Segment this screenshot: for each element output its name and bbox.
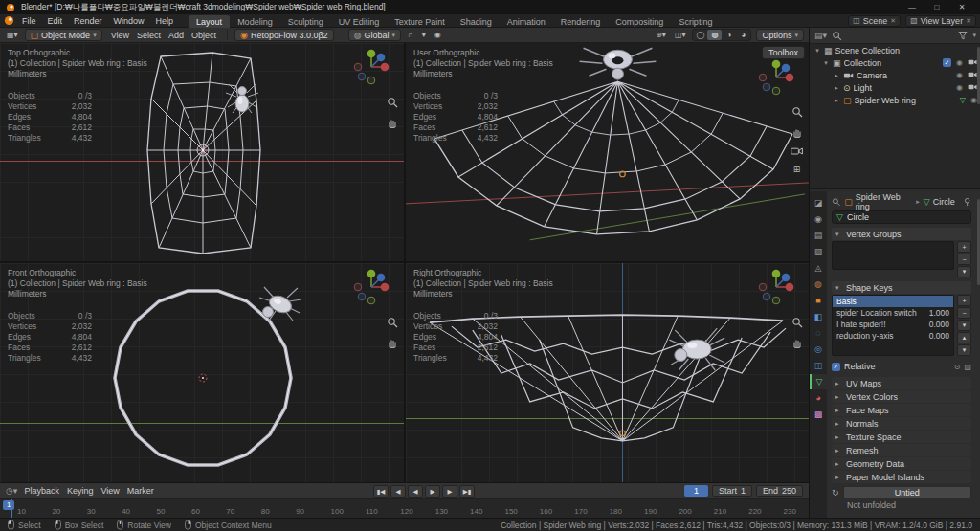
move-view-hand-icon[interactable] xyxy=(791,337,803,348)
material-shading-icon[interactable]: ◑ xyxy=(722,30,736,40)
move-shape-key-down-button[interactable]: ▾ xyxy=(957,344,971,356)
menu-item[interactable]: Edit xyxy=(42,16,69,26)
properties-tab-icon[interactable]: ◌ xyxy=(810,325,827,341)
workspace-tab[interactable]: Layout xyxy=(189,15,230,28)
transport-button[interactable]: ◀ xyxy=(390,485,406,498)
move-view-hand-icon[interactable] xyxy=(791,126,803,138)
navigation-gizmo[interactable] xyxy=(352,268,390,306)
editor-type-icon[interactable]: ▦▾ xyxy=(5,31,20,39)
workspace-tab[interactable]: Sculpting xyxy=(280,15,331,28)
outliner-row-camera[interactable]: ▸ Camera ◉ xyxy=(810,69,980,81)
properties-tab-icon[interactable]: ■ xyxy=(810,293,827,308)
options-dropdown[interactable]: Options ▾ xyxy=(756,29,804,41)
properties-panel-header[interactable]: ▸ Remesh xyxy=(832,444,971,456)
workspace-tab[interactable]: Animation xyxy=(500,15,553,28)
end-frame-field[interactable]: End 250 xyxy=(756,485,803,497)
snap-dropdown-icon[interactable]: ▾ xyxy=(420,31,428,39)
workspace-tab[interactable]: Modeling xyxy=(230,15,280,28)
timeline-menu-item[interactable]: Playback xyxy=(24,486,59,496)
transport-button[interactable]: ▮◀ xyxy=(373,485,389,498)
transform-orientation-dropdown[interactable]: ◍ Global ▾ xyxy=(348,29,401,41)
retopoflow-toolbox-button[interactable]: Toolbox xyxy=(762,46,805,59)
properties-panel-header[interactable]: ▸ Geometry Data xyxy=(832,457,971,470)
menu-item[interactable]: Render xyxy=(68,16,108,26)
vertex-group-specials-icon[interactable]: ▾ xyxy=(957,266,971,277)
viewport-menu-item[interactable]: View xyxy=(107,31,133,40)
scene-selector[interactable]: ◫ Scene ✕ xyxy=(848,15,901,27)
viewport-menu-item[interactable]: Add xyxy=(165,31,188,40)
transport-button[interactable]: ◀ xyxy=(408,485,423,498)
disable-in-render-icon[interactable] xyxy=(968,83,977,92)
viewport-menu-item[interactable]: Select xyxy=(133,31,165,40)
solid-shading-icon[interactable]: ◍ xyxy=(707,30,722,40)
chevron-right-icon[interactable]: ▸ xyxy=(833,97,840,104)
workspace-tab[interactable]: Rendering xyxy=(553,15,609,28)
properties-tab-icon[interactable]: ◍ xyxy=(810,277,827,292)
transport-button[interactable]: ▶ xyxy=(425,485,440,498)
relative-checkbox[interactable]: ✓ xyxy=(832,363,840,371)
shape-key-row[interactable]: Basis xyxy=(833,296,953,307)
properties-tab-icon[interactable]: ◎ xyxy=(810,342,827,357)
move-view-hand-icon[interactable] xyxy=(387,117,398,128)
properties-tab-icon[interactable]: ◪ xyxy=(810,195,827,210)
chevron-right-icon[interactable]: ▸ xyxy=(833,72,840,79)
properties-tab-icon[interactable]: ◬ xyxy=(810,260,827,276)
properties-tab-icon[interactable]: ◫ xyxy=(810,358,827,373)
rendered-shading-icon[interactable]: ◕ xyxy=(736,30,750,40)
toggle-grid-icon[interactable]: ⊞ xyxy=(793,165,801,174)
workspace-tab[interactable]: Texture Paint xyxy=(387,15,453,28)
outliner-row-light[interactable]: ▸ ⊙ Light ◉ xyxy=(810,81,980,94)
move-shape-key-up-button[interactable]: ▴ xyxy=(957,332,971,343)
properties-tab-icon[interactable]: ▩ xyxy=(810,407,827,422)
add-shape-key-button[interactable]: + xyxy=(957,295,971,306)
hide-in-viewport-icon[interactable]: ◉ xyxy=(956,71,963,79)
show-only-shape-key-icon[interactable]: ⊙ xyxy=(954,363,961,371)
shape-key-row[interactable]: I hate spider!! 0.000 xyxy=(833,319,953,330)
properties-tab-icon[interactable]: ▧ xyxy=(810,244,827,259)
collection-checkbox[interactable]: ✓ xyxy=(943,58,951,67)
shape-key-value[interactable]: 0.000 xyxy=(929,320,949,329)
zoom-icon[interactable] xyxy=(791,317,803,328)
workspace-tab[interactable]: Scripting xyxy=(671,15,720,28)
viewport-top-orthographic[interactable]: Top Orthographic (1) Collection | Spider… xyxy=(0,43,404,261)
properties-panel-header[interactable]: ▸ Texture Space xyxy=(832,431,971,443)
hide-in-viewport-icon[interactable]: ◉ xyxy=(956,58,963,67)
disable-in-render-icon[interactable] xyxy=(968,58,977,67)
disable-in-render-icon[interactable] xyxy=(968,71,977,79)
properties-tab-icon[interactable]: ▽ xyxy=(810,374,827,389)
search-icon[interactable] xyxy=(832,197,840,207)
filter-dropdown-icon[interactable]: ▾ xyxy=(972,32,976,39)
mode-dropdown[interactable]: ▢ Object Mode ▾ xyxy=(25,29,102,41)
navigation-gizmo[interactable] xyxy=(352,48,390,86)
properties-tab-icon[interactable]: ◕ xyxy=(810,390,827,406)
mesh-name-field[interactable]: ▽ Circle xyxy=(832,210,971,224)
vertex-groups-list[interactable] xyxy=(832,241,954,270)
zoom-icon[interactable] xyxy=(791,106,803,118)
unlink-view-layer-icon[interactable]: ✕ xyxy=(966,17,971,25)
camera-view-icon[interactable] xyxy=(791,146,803,156)
untied-button[interactable]: Untied xyxy=(843,486,971,498)
move-view-hand-icon[interactable] xyxy=(387,337,398,348)
shape-key-value[interactable]: 0.000 xyxy=(929,331,949,341)
breadcrumb-data[interactable]: ▽ Circle xyxy=(924,197,955,207)
filter-funnel-icon[interactable] xyxy=(958,31,968,40)
hide-in-viewport-icon[interactable]: ◉ xyxy=(970,96,977,104)
remove-vertex-group-button[interactable]: − xyxy=(957,254,971,265)
vertex-groups-panel-header[interactable]: ▾ Vertex Groups xyxy=(832,228,971,240)
transport-button[interactable]: ▶▮ xyxy=(459,485,475,498)
unlink-scene-icon[interactable]: ✕ xyxy=(890,17,896,25)
properties-panel-header[interactable]: ▸ UV Maps xyxy=(832,377,971,389)
blender-menu-icon[interactable] xyxy=(4,15,14,26)
viewport-front-orthographic[interactable]: Front Orthographic (1) Collection | Spid… xyxy=(0,263,404,482)
hide-in-viewport-icon[interactable]: ◉ xyxy=(956,83,963,92)
properties-panel-header[interactable]: ▸ Vertex Colors xyxy=(832,390,971,403)
menu-item[interactable]: Window xyxy=(108,16,150,26)
show-gizmo-icon[interactable]: ⊕▾ xyxy=(654,31,668,39)
menu-item[interactable]: Help xyxy=(150,16,180,26)
zoom-icon[interactable] xyxy=(387,317,398,328)
edit-mode-shape-key-icon[interactable]: ▨ xyxy=(964,363,971,371)
menu-item[interactable]: File xyxy=(16,16,42,26)
zoom-icon[interactable] xyxy=(387,97,398,108)
retopoflow-button[interactable]: ◉ RetopoFlow 3.0.0β2 xyxy=(234,29,334,41)
timeline-menu-item[interactable]: Keying xyxy=(67,486,94,496)
